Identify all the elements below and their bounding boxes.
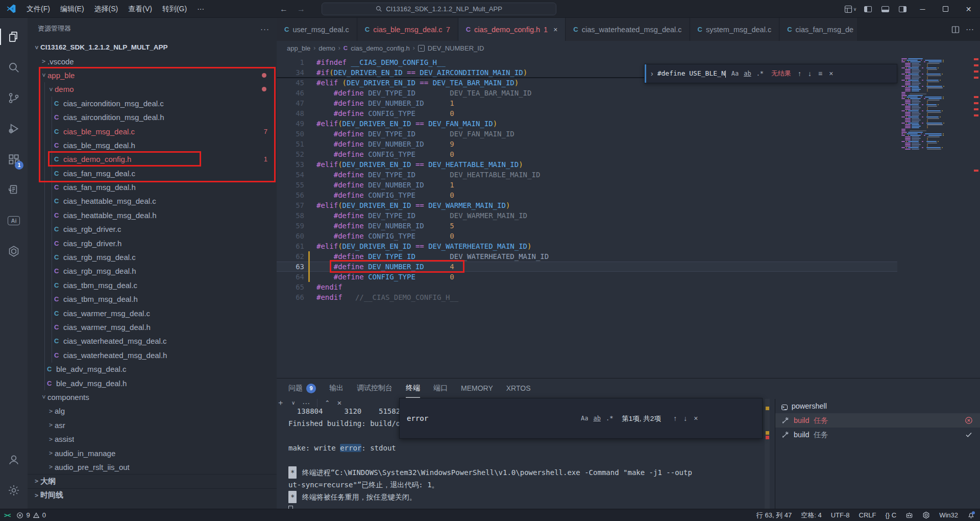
panel-tab[interactable]: 问题9 bbox=[288, 378, 316, 398]
menu-item[interactable]: 选择(S) bbox=[89, 2, 124, 15]
find-previous-icon[interactable]: ↑ bbox=[798, 69, 801, 78]
window-close-button[interactable]: ✕ bbox=[957, 0, 980, 18]
code-line[interactable]: 50 #define DEV_TYPE_ID DEV_FAN_MAIN_ID bbox=[277, 129, 897, 139]
find-widget-sash[interactable] bbox=[645, 64, 646, 83]
terminal-list-item[interactable]: >_powershell bbox=[775, 399, 980, 413]
tree-item[interactable]: Ccias_ble_msg_deal.c7 bbox=[28, 124, 277, 138]
whole-word-toggle[interactable]: ab bbox=[742, 69, 752, 78]
menu-item[interactable]: 转到(G) bbox=[157, 2, 192, 15]
tree-item[interactable]: >.vscode bbox=[28, 54, 277, 68]
tree-item[interactable]: Ccias_waterheated_msg_deal.c bbox=[28, 334, 277, 348]
find-close-icon[interactable]: × bbox=[829, 69, 833, 78]
overview-ruler[interactable] bbox=[971, 55, 980, 378]
tree-item[interactable]: Cble_adv_msg_deal.c bbox=[28, 362, 277, 376]
find-in-selection-icon[interactable]: ≡ bbox=[818, 69, 822, 78]
tree-item[interactable]: >assist bbox=[28, 432, 277, 446]
code-line[interactable]: 55 #define DEV_NUMBER_ID 1 bbox=[277, 180, 897, 190]
tree-item[interactable]: >时间线 bbox=[28, 488, 277, 502]
tree-item[interactable]: Ccias_rgb_msg_deal.c bbox=[28, 250, 277, 264]
editor-tab[interactable]: Csystem_msg_deal.c bbox=[690, 18, 780, 41]
panel-tab[interactable]: 终端 bbox=[406, 378, 420, 398]
code-line[interactable]: 48 #define CONFIG_TYPE 0 bbox=[277, 108, 897, 119]
tree-item[interactable]: Ccias_fan_msg_deal.h bbox=[28, 180, 277, 194]
code-line[interactable]: 49#elif(DEV_DRIVER_EN_ID == DEV_FAN_MAIN… bbox=[277, 119, 897, 129]
panel-tab[interactable]: 输出 bbox=[329, 378, 344, 398]
status-item[interactable]: 行 63, 列 47 bbox=[756, 511, 792, 520]
terminal-list-item[interactable]: build任务 bbox=[775, 428, 980, 442]
nav-back-icon[interactable]: ← bbox=[280, 5, 288, 14]
hexagon-status-icon[interactable] bbox=[922, 511, 930, 519]
editor-more-actions-icon[interactable]: ··· bbox=[966, 25, 974, 34]
nav-forward-icon[interactable]: → bbox=[297, 5, 305, 14]
window-maximize-button[interactable] bbox=[934, 0, 957, 18]
menu-item[interactable]: 查看(V) bbox=[123, 2, 157, 15]
activity-extensions-icon[interactable]: 1 bbox=[0, 144, 28, 175]
tab-close-icon[interactable]: × bbox=[553, 26, 557, 34]
tree-item[interactable]: Ccias_warmer_msg_deal.h bbox=[28, 320, 277, 334]
code-line[interactable]: 57#elif(DEV_DRIVER_EN_ID == DEV_WARMER_M… bbox=[277, 200, 897, 210]
tree-item[interactable]: Ccias_rgb_driver.h bbox=[28, 236, 277, 250]
activity-references-icon[interactable] bbox=[0, 175, 28, 205]
code-line[interactable]: 53#elif(DEV_DRIVER_EN_ID == DEV_HEATTABL… bbox=[277, 159, 897, 170]
activity-run-debug-icon[interactable] bbox=[0, 113, 28, 144]
split-editor-icon[interactable] bbox=[951, 26, 960, 34]
code-line[interactable]: 63 #define DEV_NUMBER_ID 4 bbox=[277, 262, 897, 272]
tree-item[interactable]: Ccias_rgb_driver.c bbox=[28, 222, 277, 236]
tree-item[interactable]: >asr bbox=[28, 418, 277, 432]
tree-item[interactable]: Ccias_tbm_msg_deal.h bbox=[28, 292, 277, 306]
code-line[interactable]: 66#endif //__CIAS_DEMO_CONFIG_H__ bbox=[277, 292, 897, 302]
tree-item[interactable]: >demo bbox=[28, 82, 277, 96]
window-minimize-button[interactable]: ─ bbox=[911, 0, 934, 18]
editor-tab[interactable]: Ccias_ble_msg_deal.c7 bbox=[357, 18, 458, 41]
menu-item[interactable]: 编辑(E) bbox=[55, 2, 89, 15]
terminal-find-input[interactable]: error bbox=[407, 414, 575, 422]
minimap[interactable] bbox=[897, 55, 971, 150]
status-item[interactable]: {} C bbox=[885, 511, 896, 519]
code-line[interactable]: 60 #define CONFIG_TYPE 0 bbox=[277, 231, 897, 241]
find-expand-chevron-icon[interactable]: › bbox=[651, 69, 653, 78]
tree-item[interactable]: Ccias_fan_msg_deal.c bbox=[28, 167, 277, 180]
panel-tab[interactable]: MEMORY bbox=[461, 378, 493, 398]
problems-status[interactable]: 9 0 bbox=[16, 511, 45, 519]
tree-item[interactable]: >大纲 bbox=[28, 474, 277, 488]
tree-item[interactable]: >components bbox=[28, 390, 277, 404]
command-center-search[interactable]: CI13162_SDK_1.2.1.2_NLP_Mult_APP bbox=[322, 3, 556, 15]
tree-item[interactable]: Ccias_aircondition_msg_deal.h bbox=[28, 110, 277, 124]
code-line[interactable]: 61#elif(DEV_DRIVER_EN_ID == DEV_WATERHEA… bbox=[277, 241, 897, 251]
code-line[interactable]: 47 #define DEV_NUMBER_ID 1 bbox=[277, 98, 897, 108]
whole-word-toggle[interactable]: ab bbox=[592, 414, 602, 422]
tree-item[interactable]: >audio_in_manage bbox=[28, 446, 277, 460]
status-item[interactable]: 空格: 4 bbox=[801, 511, 821, 520]
terminal-find-close-icon[interactable]: × bbox=[694, 414, 698, 422]
breadcrumb-item[interactable]: DEV_NUMBER_ID bbox=[428, 44, 484, 52]
terminal-list-item[interactable]: build任务 bbox=[775, 413, 980, 428]
terminal-scrollbar[interactable] bbox=[765, 399, 770, 509]
menu-item[interactable]: ··· bbox=[192, 2, 209, 15]
panel-tab[interactable]: XRTOS bbox=[506, 378, 531, 398]
find-input[interactable]: #define USE_BLE_N bbox=[657, 69, 726, 78]
activity-ai-icon[interactable]: Ai bbox=[0, 205, 28, 236]
code-line[interactable]: 54 #define DEV_TYPE_ID DEV_HEATTABLE_MAI… bbox=[277, 170, 897, 180]
bell-status-icon[interactable] bbox=[967, 511, 975, 519]
profile-layout-icon[interactable]: ∨ bbox=[842, 0, 859, 18]
tree-item[interactable]: Cble_adv_msg_deal.h bbox=[28, 376, 277, 390]
tree-item[interactable]: >app_ble bbox=[28, 68, 277, 82]
code-line[interactable]: 56 #define CONFIG_TYPE 0 bbox=[277, 190, 897, 200]
tree-item[interactable]: Ccias_ble_msg_deal.h bbox=[28, 138, 277, 152]
code-line[interactable]: 64 #define CONFIG_TYPE 0 bbox=[277, 272, 897, 282]
status-item[interactable]: UTF-8 bbox=[831, 511, 850, 519]
tree-item[interactable]: >CI13162_SDK_1.2.1.2_NLP_MULT_APP bbox=[28, 40, 277, 54]
editor-tab[interactable]: Ccias_demo_config.h1× bbox=[458, 18, 566, 41]
code-line[interactable]: 59 #define DEV_NUMBER_ID 5 bbox=[277, 221, 897, 231]
tree-item[interactable]: >alg bbox=[28, 404, 277, 418]
code-line[interactable]: 46 #define DEV_TYPE_ID DEV_TEA_BAR_MAIN_… bbox=[277, 88, 897, 98]
regex-toggle[interactable]: .* bbox=[604, 414, 615, 422]
toggle-sidebar-icon[interactable] bbox=[859, 0, 876, 18]
explorer-more-icon[interactable]: ··· bbox=[260, 25, 270, 33]
tree-item[interactable]: Ccias_demo_config.h1 bbox=[28, 152, 277, 166]
activity-explorer-icon[interactable] bbox=[0, 21, 28, 52]
tree-item[interactable]: Ccias_tbm_msg_deal.c bbox=[28, 278, 277, 292]
activity-source-control-icon[interactable] bbox=[0, 83, 28, 113]
editor-tab[interactable]: Ccias_fan_msg_de bbox=[779, 18, 857, 41]
menu-item[interactable]: 文件(F) bbox=[21, 2, 55, 15]
